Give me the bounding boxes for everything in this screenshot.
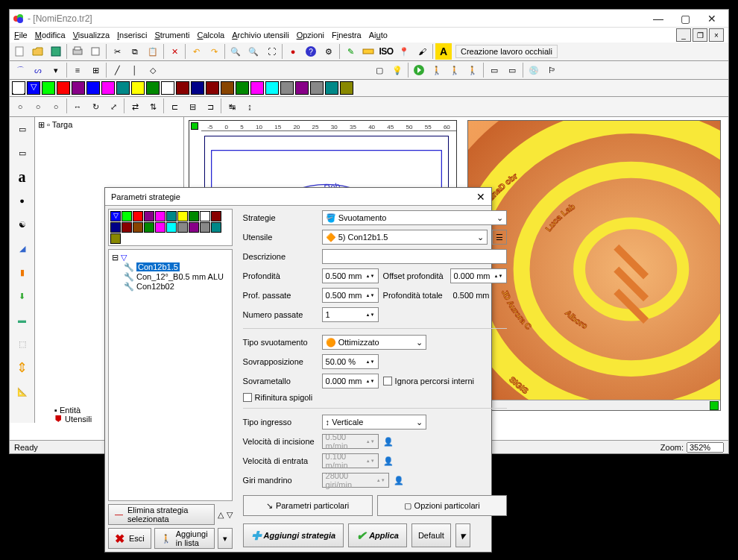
walk-button[interactable]: 🚶: [429, 62, 445, 78]
param-particolari-button[interactable]: ↘Parametri particolari: [243, 495, 373, 516]
color-none[interactable]: [12, 81, 25, 95]
aggiungi-strategia-button[interactable]: ✚Aggiungi strategia: [243, 523, 344, 547]
cut-button[interactable]: ✂: [109, 43, 125, 60]
doc-button[interactable]: ▢: [371, 62, 388, 78]
color-swatch[interactable]: [280, 81, 294, 95]
user-icon[interactable]: 👤: [394, 476, 404, 485]
rifinitura-checkbox[interactable]: Rifinitura spigoli: [243, 393, 313, 402]
rotate-button[interactable]: ↻: [87, 98, 104, 115]
color-swatch[interactable]: [86, 81, 100, 95]
color-swatch[interactable]: [206, 81, 219, 95]
color-swatch[interactable]: [101, 81, 115, 95]
color-swatch[interactable]: [177, 222, 188, 233]
color-swatch[interactable]: [122, 222, 132, 233]
color-swatch[interactable]: [221, 81, 234, 95]
color-swatch[interactable]: [166, 211, 177, 221]
tree-leaf[interactable]: ▪ Entità: [54, 406, 92, 415]
walk-a-button[interactable]: 🚶: [447, 62, 463, 78]
numero-passate-input[interactable]: 1▲▼: [322, 307, 379, 322]
menu-finestra[interactable]: Finestra: [332, 31, 362, 40]
color-swatch[interactable]: [144, 211, 154, 221]
color-swatch[interactable]: [176, 81, 189, 95]
color-swatch[interactable]: [189, 211, 199, 221]
menu-archivio[interactable]: Archivio utensili: [232, 31, 288, 40]
save-button[interactable]: [48, 43, 64, 60]
menu-aiuto[interactable]: Aiuto: [369, 31, 388, 40]
ruler-button[interactable]: [360, 43, 376, 60]
node3-button[interactable]: ○: [48, 98, 64, 115]
color-swatch[interactable]: [116, 81, 130, 95]
color-swatch[interactable]: [211, 211, 221, 221]
descrizione-input[interactable]: [322, 249, 507, 264]
close-button[interactable]: ✕: [698, 10, 725, 27]
yinyang-tool[interactable]: ☯: [12, 214, 33, 235]
tipo-ingresso-select[interactable]: ↕ Verticale⌄: [322, 415, 426, 430]
area2-button[interactable]: ▭: [504, 62, 520, 78]
color-swatch[interactable]: [191, 81, 204, 95]
dialog-close-button[interactable]: ✕: [476, 191, 485, 203]
color-swatch[interactable]: ▽: [110, 211, 121, 221]
color-swatch[interactable]: [166, 222, 177, 233]
color-swatch[interactable]: [72, 81, 85, 95]
tree-leaf[interactable]: ⛊ Utensili: [54, 415, 92, 424]
help-button[interactable]: ?: [303, 43, 319, 60]
minimize-button[interactable]: —: [645, 10, 672, 27]
redo-button[interactable]: ↷: [206, 43, 222, 60]
menu-opzioni[interactable]: Opzioni: [297, 31, 324, 40]
shape-button[interactable]: ◇: [145, 62, 161, 78]
undo-button[interactable]: ↶: [188, 43, 204, 60]
color-swatch[interactable]: [144, 222, 154, 233]
color-swatch[interactable]: [310, 81, 324, 95]
align-r-button[interactable]: ⊐: [202, 98, 218, 115]
move-button[interactable]: ↔: [69, 98, 86, 115]
aggiungi-lista-button[interactable]: 🚶Aggiungi in lista: [154, 528, 215, 549]
open-button[interactable]: [30, 43, 46, 60]
color-swatch[interactable]: [155, 222, 165, 233]
prof-passate-input[interactable]: 0.500 mm▲▼: [322, 288, 379, 303]
align-c-button[interactable]: ⊟: [184, 98, 201, 115]
tree-item[interactable]: 🔧 Con12b02: [112, 282, 229, 292]
color-swatch[interactable]: [57, 81, 70, 95]
menu-inserisci[interactable]: Inserisci: [117, 31, 147, 40]
color-swatch[interactable]: [236, 81, 249, 95]
default-button[interactable]: Default: [411, 523, 451, 547]
color-swatch[interactable]: [110, 233, 121, 244]
measure-tool[interactable]: 📐: [12, 381, 33, 402]
color-swatch[interactable]: [211, 222, 221, 233]
arc-button[interactable]: ⌒: [12, 62, 28, 78]
delete-button[interactable]: ✕: [166, 43, 183, 60]
node-button[interactable]: ○: [12, 98, 28, 115]
print-button[interactable]: [69, 43, 86, 60]
mdi-minimize-button[interactable]: _: [676, 28, 691, 42]
zoom-in-button[interactable]: 🔍: [227, 43, 244, 60]
scale-button[interactable]: ⤢: [105, 98, 122, 115]
color-swatch[interactable]: [131, 81, 145, 95]
iso-button[interactable]: ISO: [378, 43, 394, 60]
line-button[interactable]: ╱: [109, 62, 125, 78]
mdi-close-button[interactable]: ×: [709, 28, 724, 42]
dist-v-button[interactable]: ↨: [242, 98, 258, 115]
rect-tool[interactable]: ▭: [12, 142, 33, 163]
menu-calcola[interactable]: Calcola: [198, 31, 225, 40]
vel-incisione-input[interactable]: 0.500 m/min▲▼: [322, 434, 379, 449]
user-icon[interactable]: 👤: [383, 456, 394, 466]
marker-tool[interactable]: ▮: [12, 262, 33, 283]
tree-root[interactable]: ⊞ ▫ Targa: [38, 120, 180, 130]
circle-tool[interactable]: ●: [12, 190, 33, 211]
opzioni-particolari-button[interactable]: ▢Opzioni particolari: [377, 495, 507, 516]
utensile-select[interactable]: 🔶 5) Con12b1.5⌄: [322, 230, 488, 245]
vel-entrata-input[interactable]: 0.100 m/min▲▼: [322, 453, 379, 468]
zoom-out-button[interactable]: 🔍: [245, 43, 262, 60]
zoom-fit-button[interactable]: ⛶: [263, 43, 280, 60]
strategie-select[interactable]: 🪣 Svuotamento⌄: [322, 210, 507, 225]
color-swatch[interactable]: [161, 81, 174, 95]
user-icon[interactable]: 👤: [383, 437, 394, 447]
color-swatch[interactable]: [155, 211, 165, 221]
dropdown-1[interactable]: ▾: [48, 62, 64, 78]
curve-button[interactable]: ᔕ: [30, 62, 46, 78]
tipo-svuot-select[interactable]: 🟠 Ottimizzato⌄: [322, 335, 426, 350]
text-a-button[interactable]: A: [435, 43, 452, 60]
record-button[interactable]: ●: [285, 43, 301, 60]
default-dropdown[interactable]: ▾: [455, 523, 470, 547]
copy-button[interactable]: ⧉: [127, 43, 143, 60]
